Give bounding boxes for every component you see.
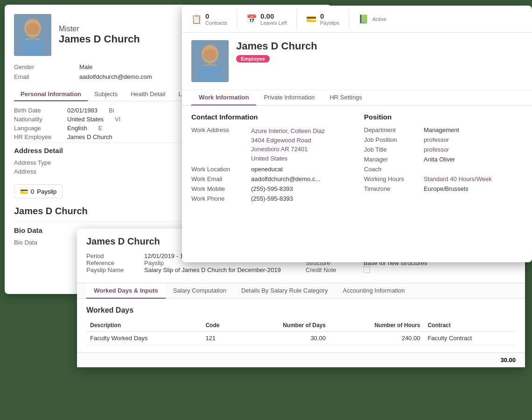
row-days: 30.00	[240, 332, 329, 345]
employee-badge: Employee	[236, 55, 270, 63]
credit-note-field: Credit Note	[306, 266, 516, 273]
payslip-tabs: Worked Days & Inputs Salary Computation …	[77, 283, 525, 299]
col-description: Description	[86, 319, 202, 332]
employee-work-card: 📋 0 Contracts 📅 0.00 Leaves Left 💳 0 Pay…	[182, 6, 532, 262]
active-label: Active	[372, 16, 386, 22]
col-days: Number of Days	[240, 319, 329, 332]
payslip-name-label: Payslip Name	[86, 266, 142, 273]
work-location-field: Work Location openeducat	[191, 166, 350, 173]
tab-worked-days[interactable]: Worked Days & Inputs	[86, 283, 166, 299]
worked-days-table: Description Code Number of Days Number o…	[86, 319, 516, 345]
email-value: aadolfdchurch@demo.com	[79, 73, 177, 80]
front-avatar	[191, 40, 229, 82]
payslips-count: 0	[320, 12, 339, 20]
stat-payslips[interactable]: 💳 0 Payslips	[297, 9, 349, 28]
row-code: 121	[202, 332, 240, 345]
work-address-label: Work Address	[191, 126, 247, 133]
email-label: Email	[14, 73, 75, 80]
work-address-field: Work Address Azure Interior, Colleen Dia…	[191, 126, 350, 163]
job-position-field: Job Position professor	[364, 136, 523, 143]
nationality-label: Nationality	[14, 116, 65, 123]
department-field: Department Management	[364, 126, 523, 133]
payslips-icon: 💳	[306, 14, 316, 24]
work-phone-value: (255)-595-8393	[251, 195, 350, 202]
leaves-icon: 📅	[246, 14, 257, 24]
row-hours: 240.00	[329, 332, 424, 345]
job-title-field: Job Title professor	[364, 146, 523, 153]
work-mobile-label: Work Mobile	[191, 185, 247, 192]
table-row: Faculty Worked Days 121 30.00 240.00 Fac…	[86, 332, 516, 345]
tab-subjects[interactable]: Subjects	[88, 88, 124, 101]
address-type-label: Address Type	[14, 159, 65, 166]
address-label: Address	[14, 168, 65, 175]
tab-personal-information[interactable]: Personal Information	[14, 88, 88, 101]
stat-contracts[interactable]: 📋 0 Contracts	[182, 9, 237, 28]
reference-label: Reference	[86, 259, 142, 266]
col-contract: Contract	[424, 319, 516, 332]
front-name-block: James D Church Employee	[236, 40, 523, 63]
stat-active[interactable]: 📗 Active	[349, 9, 396, 28]
payslip-icon: 💳	[20, 188, 28, 195]
tab-private-information[interactable]: Private Information	[256, 90, 322, 105]
employee-name-block: Mister James D Church	[59, 25, 140, 45]
payslip-label: Payslip	[37, 188, 56, 195]
stat-leaves[interactable]: 📅 0.00 Leaves Left	[237, 9, 297, 28]
working-hours-field: Working Hours Standard 40 Hours/Week	[364, 175, 523, 182]
position-section: Position Department Management Job Posit…	[364, 113, 523, 205]
position-section-title: Position	[364, 113, 523, 121]
row-description: Faculty Worked Days	[86, 332, 202, 345]
manager-label: Manager	[364, 156, 420, 163]
work-email-label: Work Email	[191, 175, 247, 182]
col-hours: Number of Hours	[329, 319, 424, 332]
front-header: James D Church Employee	[182, 33, 532, 90]
contact-section: Contact Information Work Address Azure I…	[191, 113, 350, 205]
front-employee-name: James D Church	[236, 40, 523, 52]
contact-section-title: Contact Information	[191, 113, 350, 121]
tab-hr-settings[interactable]: HR Settings	[322, 90, 369, 105]
payslip-widget[interactable]: 💳 0 Payslip	[14, 184, 63, 198]
manager-field: Manager Anita Oliver	[364, 156, 523, 163]
work-location-label: Work Location	[191, 166, 247, 173]
tab-salary-computation[interactable]: Salary Computation	[166, 283, 234, 299]
payslip-name-field: Payslip Name Salary Slip of James D Chur…	[86, 266, 296, 273]
contracts-label: Contracts	[205, 20, 227, 26]
coach-label: Coach	[364, 166, 420, 173]
stat-bar: 📋 0 Contracts 📅 0.00 Leaves Left 💳 0 Pay…	[182, 6, 532, 33]
hr-employee-value: James D Church	[67, 133, 112, 140]
job-position-value[interactable]: professor	[424, 136, 523, 143]
worked-days-heading: Worked Days	[86, 306, 516, 315]
leaves-label: Leaves Left	[260, 20, 287, 26]
payslip-name-value: Salary Slip of James D Church for Decemb…	[144, 266, 296, 273]
active-icon: 📗	[358, 14, 369, 24]
tab-details-by-rule[interactable]: Details By Salary Rule Category	[234, 283, 336, 299]
front-content: Contact Information Work Address Azure I…	[182, 105, 532, 212]
nationality-value: United States	[67, 116, 104, 123]
birth-date-label: Birth Date	[14, 107, 65, 114]
payslips-label: Payslips	[320, 20, 339, 26]
credit-note-label: Credit Note	[306, 266, 362, 273]
period-label: Period	[86, 252, 142, 259]
job-position-label: Job Position	[364, 136, 420, 143]
tab-health-detail[interactable]: Health Detail	[124, 88, 172, 101]
avatar	[14, 14, 51, 56]
gender-label: Gender	[14, 63, 75, 70]
svg-point-4	[26, 23, 39, 35]
front-tabs: Work Information Private Information HR …	[182, 90, 532, 105]
row-contract: Faculty Contract	[424, 332, 516, 345]
payslip-count: 0	[31, 188, 34, 195]
working-hours-value[interactable]: Standard 40 Hours/Week	[424, 175, 523, 182]
credit-note-checkbox[interactable]	[364, 266, 370, 273]
leaves-count: 0.00	[260, 12, 287, 20]
tab-work-information[interactable]: Work Information	[191, 90, 256, 105]
birth-date-value: 02/01/1983	[67, 107, 98, 114]
coach-field: Coach	[364, 166, 523, 173]
work-address-value[interactable]: Azure Interior, Colleen Diaz3404 Edgewoo…	[251, 126, 350, 163]
vi-label: VI	[115, 116, 120, 123]
e-label: E	[98, 125, 103, 132]
svg-point-9	[203, 49, 217, 61]
manager-value: Anita Oliver	[424, 156, 523, 163]
tab-accounting[interactable]: Accounting Information	[336, 283, 413, 299]
work-mobile-value: (255)-595-8393	[251, 185, 350, 192]
hr-employee-label: HR Employee	[14, 133, 65, 140]
timezone-value: Europe/Brussels	[424, 185, 523, 192]
